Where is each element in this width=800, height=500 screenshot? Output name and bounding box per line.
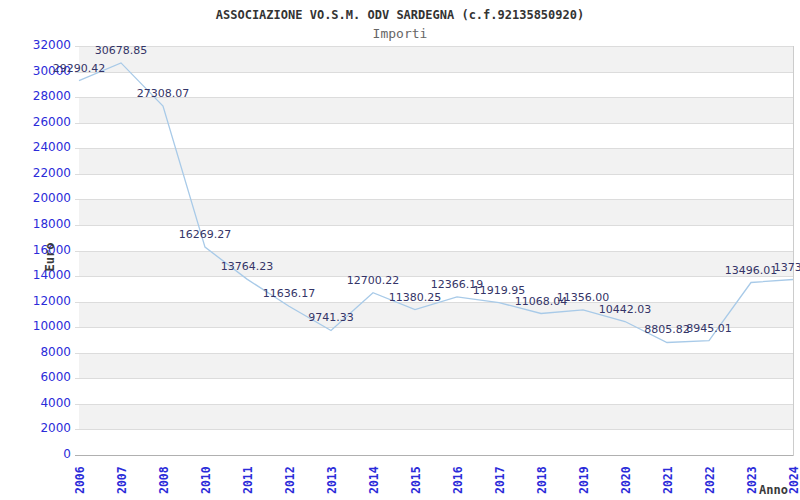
data-point-label: 9741.33 [308, 311, 354, 324]
chart-page: { "header": { "title": "ASSOCIAZIONE VO.… [0, 0, 800, 500]
x-tick-label: 2011 [241, 466, 255, 494]
y-tick-label: 26000 [1, 115, 71, 131]
y-tick-label: 24000 [1, 140, 71, 156]
x-tick-label: 2008 [157, 466, 171, 494]
data-point-label: 13731. [774, 261, 800, 274]
data-point-label: 8805.82 [644, 323, 690, 336]
chart-title: ASSOCIAZIONE VO.S.M. ODV SARDEGNA (c.f.9… [0, 8, 800, 22]
background-band [79, 97, 793, 123]
y-tick-label: 12000 [1, 294, 71, 310]
x-tick-label: 2018 [535, 466, 549, 494]
background-band [79, 251, 793, 277]
data-point-label: 12700.22 [347, 274, 400, 287]
gridline [75, 429, 793, 430]
background-band [79, 46, 793, 72]
data-point-label: 16269.27 [179, 228, 232, 241]
y-tick-label: 4000 [1, 396, 71, 412]
data-point-label: 10442.03 [599, 303, 652, 316]
y-tick-label: 22000 [1, 166, 71, 182]
background-band [79, 404, 793, 430]
x-tick-label: 2012 [283, 466, 297, 494]
gridline [75, 378, 793, 379]
plot-right-border [793, 46, 794, 456]
y-tick-label: 28000 [1, 89, 71, 105]
x-tick-label: 2020 [619, 466, 633, 494]
x-tick-label: 2015 [409, 466, 423, 494]
chart-subtitle: Importi [0, 26, 800, 41]
data-point-label: 13764.23 [221, 260, 274, 273]
y-tick-label: 20000 [1, 191, 71, 207]
gridline [75, 353, 793, 354]
x-tick-label: 2023 [745, 466, 759, 494]
y-tick-label: 6000 [1, 370, 71, 386]
y-tick-label: 18000 [1, 217, 71, 233]
x-tick-label: 2024 [787, 466, 800, 494]
y-tick-label: 14000 [1, 268, 71, 284]
data-point-label: 30678.85 [95, 44, 148, 57]
y-tick-label: 32000 [1, 38, 71, 54]
x-axis-title: Anno [759, 483, 788, 497]
y-tick-label: 8000 [1, 345, 71, 361]
background-band [79, 148, 793, 174]
x-tick-label: 2013 [325, 466, 339, 494]
background-band [79, 199, 793, 225]
x-tick-label: 2021 [661, 466, 675, 494]
gridline [75, 148, 793, 149]
x-tick-label: 2007 [115, 466, 129, 494]
x-tick-label: 2016 [451, 466, 465, 494]
x-tick-label: 2017 [493, 466, 507, 494]
gridline [75, 225, 793, 226]
gridline [75, 174, 793, 175]
background-band [79, 353, 793, 379]
gridline [75, 46, 793, 47]
data-point-label: 11636.17 [263, 287, 316, 300]
x-axis-line [75, 455, 793, 456]
gridline [75, 251, 793, 252]
y-tick-label: 2000 [1, 421, 71, 437]
x-tick-label: 2010 [199, 466, 213, 494]
data-point-label: 27308.07 [137, 87, 190, 100]
data-point-label: 11380.25 [389, 291, 442, 304]
gridline [75, 72, 793, 73]
x-tick-label: 2022 [703, 466, 717, 494]
data-point-label: 29290.42 [53, 62, 106, 75]
y-axis-title: Euro [43, 243, 57, 272]
y-tick-label: 16000 [1, 243, 71, 259]
gridline [75, 123, 793, 124]
y-tick-label: 10000 [1, 319, 71, 335]
gridline [75, 276, 793, 277]
x-tick-label: 2006 [73, 466, 87, 494]
data-point-label: 8945.01 [686, 322, 732, 335]
x-tick-label: 2019 [577, 466, 591, 494]
data-point-label: 13496.01 [725, 264, 778, 277]
y-tick-label: 0 [1, 447, 71, 463]
gridline [75, 404, 793, 405]
x-tick-label: 2014 [367, 466, 381, 494]
gridline [75, 199, 793, 200]
